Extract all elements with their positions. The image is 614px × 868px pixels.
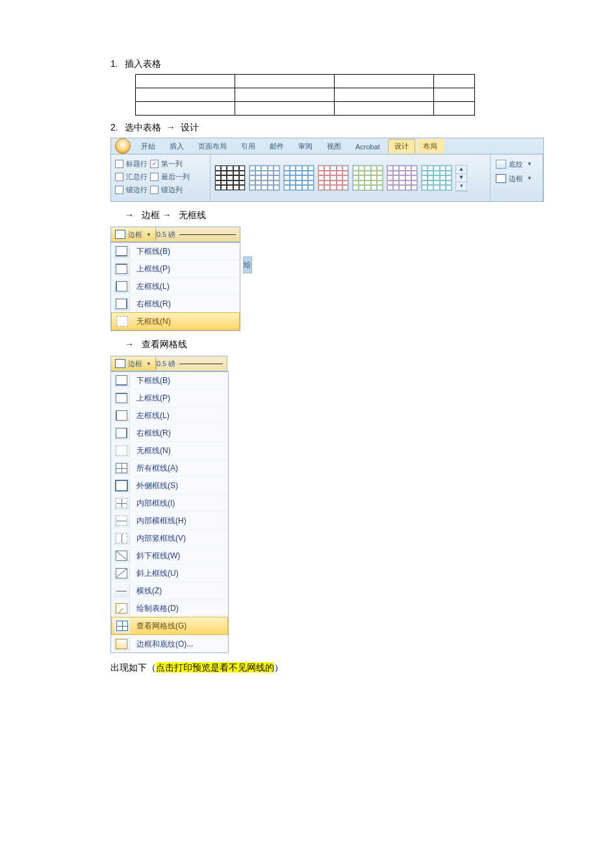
hr-icon — [116, 589, 127, 593]
menu-right-border-1[interactable]: 右框线(R) — [111, 295, 240, 312]
menu-inside-h-border-2[interactable]: 内部横框线(H) — [111, 512, 228, 529]
border-dropdown-1: 边框 ▼ 0.5 磅 下框线(B) 上框线(P) 左框线(L) — [110, 227, 240, 331]
style-swatch-1[interactable] — [214, 165, 246, 191]
tab-layout[interactable]: 布局 — [416, 139, 444, 153]
menu-top-label-1: 上框线(P) — [136, 264, 170, 275]
checkbox-banded-col[interactable] — [150, 186, 159, 194]
tab-design[interactable]: 设计 — [388, 139, 415, 153]
right-border-icon — [116, 428, 127, 438]
top-border-icon — [116, 393, 127, 403]
menu-borders-shading-2[interactable]: 边框和底纹(O)... — [111, 635, 228, 652]
opt-header-row: 标题行 — [126, 157, 147, 170]
shading-button[interactable]: 底纹 ▼ — [493, 157, 540, 171]
border-weight-1[interactable]: 0.5 磅 — [156, 230, 240, 240]
checkbox-header-row[interactable] — [115, 160, 123, 168]
tab-review[interactable]: 审阅 — [292, 139, 319, 153]
tab-view[interactable]: 视图 — [320, 139, 348, 153]
border-dropdown-header-1: 边框 ▼ 0.5 磅 — [110, 227, 240, 242]
tab-page-layout[interactable]: 页面布局 — [192, 139, 233, 153]
menu-diag-down-border-2[interactable]: 斜下框线(W) — [111, 547, 228, 564]
style-swatch-3[interactable] — [283, 165, 314, 191]
tab-insert[interactable]: 插入 — [163, 139, 190, 153]
style-swatch-6[interactable] — [387, 165, 418, 191]
menu-draw-table-2[interactable]: 绘制表格(D) — [111, 599, 228, 617]
chevron-down-icon: ▼ — [527, 173, 532, 184]
menu-bottom-border-2[interactable]: 下框线(B) — [111, 372, 228, 389]
menu-right-label-1: 右框线(R) — [136, 299, 171, 310]
menu-all-borders-2[interactable]: 所有框线(A) — [111, 459, 228, 477]
style-swatch-7[interactable] — [421, 165, 452, 191]
borders-icon — [115, 359, 125, 368]
checkbox-last-col[interactable] — [150, 173, 159, 181]
menu-no-border-2[interactable]: 无框线(N) — [111, 441, 228, 459]
style-swatch-2[interactable] — [249, 165, 280, 191]
menu-right-border-2[interactable]: 右框线(R) — [111, 424, 228, 441]
menu-bottom-label-1: 下框线(B) — [136, 246, 170, 257]
l: 横线(Z) — [136, 586, 162, 597]
step-2: 2. 选中表格 → 设计 — [110, 122, 565, 134]
final-post: ） — [274, 662, 283, 673]
no-border-icon — [116, 445, 127, 456]
gallery-down-icon[interactable]: ▼ — [456, 174, 467, 182]
opt-last-col: 最后一列 — [161, 170, 190, 183]
borders-button[interactable]: 边框 ▼ — [493, 171, 540, 186]
checkbox-total-row[interactable] — [115, 173, 123, 181]
l: 斜上框线(U) — [136, 568, 179, 579]
outside-borders-icon — [115, 480, 128, 491]
tab-home[interactable]: 开始 — [134, 139, 162, 153]
inside-h-border-icon — [116, 515, 127, 526]
menu-none-label-1: 无框线(N) — [136, 316, 171, 327]
menu-inside-v-border-2[interactable]: 内部竖框线(V) — [111, 529, 228, 547]
menu-diag-up-border-2[interactable]: 斜上框线(U) — [111, 564, 228, 582]
chevron-down-icon: ▼ — [146, 361, 151, 367]
menu-left-border-2[interactable]: 左框线(L) — [111, 406, 228, 424]
menu-no-border-1[interactable]: 无框线(N) — [111, 312, 240, 330]
chevron-down-icon: ▼ — [527, 158, 532, 170]
menu-outside-borders-2[interactable]: 外侧框线(S) — [111, 477, 228, 494]
gallery-up-icon[interactable]: ▲ — [456, 166, 467, 174]
menu-horizontal-line-2[interactable]: 横线(Z) — [111, 582, 228, 599]
l: 下框线(B) — [136, 375, 170, 386]
table-styles-gallery: ▲ ▼ ▾ — [211, 155, 491, 201]
shading-label: 底纹 — [509, 158, 523, 170]
checkbox-banded-row[interactable] — [115, 186, 123, 194]
l: 内部横框线(H) — [136, 515, 186, 527]
l: 边框和底纹(O)... — [136, 639, 193, 650]
tab-mailings[interactable]: 邮件 — [263, 139, 290, 153]
l: 绘制表格(D) — [136, 603, 179, 614]
top-border-icon — [116, 264, 127, 274]
gallery-more-icon[interactable]: ▾ — [456, 182, 467, 191]
left-border-icon — [116, 410, 127, 421]
l: 查看网格线(G) — [136, 621, 186, 632]
l: 右框线(R) — [136, 428, 171, 439]
office-button-icon[interactable] — [115, 138, 131, 154]
arrow-1: → — [166, 122, 175, 132]
tab-acrobat[interactable]: Acrobat — [349, 140, 387, 153]
style-swatch-4[interactable] — [318, 165, 349, 191]
border-btn-label-1: 边框 — [128, 230, 142, 240]
border-split-button-1[interactable]: 边框 ▼ — [111, 227, 156, 242]
border-split-button-2[interactable]: 边框 ▼ — [111, 356, 156, 371]
step-2-num: 2. — [110, 122, 125, 132]
border-weight-2[interactable]: 0.5 磅 — [156, 359, 227, 369]
menu-left-border-1[interactable]: 左框线(L) — [111, 277, 240, 295]
final-note: 出现如下（点击打印预览是看不见网线的） — [110, 662, 565, 674]
checkbox-first-col[interactable]: ✓ — [150, 160, 159, 168]
menu-top-border-1[interactable]: 上框线(P) — [111, 260, 240, 277]
l: 左框线(L) — [136, 410, 170, 421]
inside-v-border-icon — [116, 533, 127, 543]
menu-inside-borders-2[interactable]: 内部框线(I) — [111, 494, 228, 512]
style-swatch-5[interactable] — [352, 165, 383, 191]
inside-borders-icon — [116, 498, 127, 508]
final-highlight: 点击打印预览是看不见网线的 — [156, 662, 274, 673]
menu-left-label-1: 左框线(L) — [136, 281, 170, 292]
menu-top-border-2[interactable]: 上框线(P) — [111, 389, 228, 406]
shading-icon — [496, 160, 506, 169]
menu-view-gridlines-2[interactable]: 查看网格线(G) — [111, 617, 228, 635]
menu-bottom-border-1[interactable]: 下框线(B) — [111, 243, 240, 260]
tab-references[interactable]: 引用 — [235, 139, 262, 153]
borders-label: 边框 — [509, 173, 523, 184]
draw-table-icon — [116, 603, 127, 614]
bottom-border-icon — [116, 246, 127, 256]
right-border-icon — [116, 299, 127, 309]
